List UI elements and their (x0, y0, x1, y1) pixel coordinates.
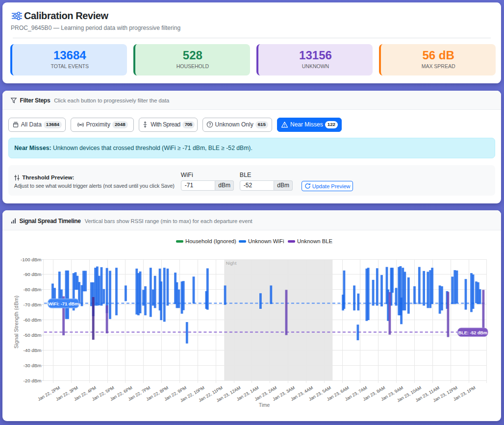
svg-text:WiFi: -71 dBm: WiFi: -71 dBm (48, 301, 78, 306)
svg-text:-50 dBm: -50 dBm (23, 332, 41, 338)
svg-text:-60 dBm: -60 dBm (23, 317, 41, 323)
svg-text:-100 dBm: -100 dBm (21, 257, 41, 262)
svg-text:-30 dBm: -30 dBm (23, 363, 41, 368)
svg-text:Signal Strength (dBm): Signal Strength (dBm) (13, 296, 19, 349)
svg-text:-80 dBm: -80 dBm (23, 287, 41, 292)
svg-text:-40 dBm: -40 dBm (23, 348, 41, 353)
svg-text:Night: Night (226, 261, 237, 266)
svg-text:-70 dBm: -70 dBm (23, 302, 41, 307)
svg-text:BLE: -52 dBm: BLE: -52 dBm (458, 330, 487, 335)
svg-text:-20 dBm: -20 dBm (23, 378, 41, 383)
svg-text:-90 dBm: -90 dBm (23, 272, 41, 277)
svg-text:Time: Time (259, 402, 270, 408)
